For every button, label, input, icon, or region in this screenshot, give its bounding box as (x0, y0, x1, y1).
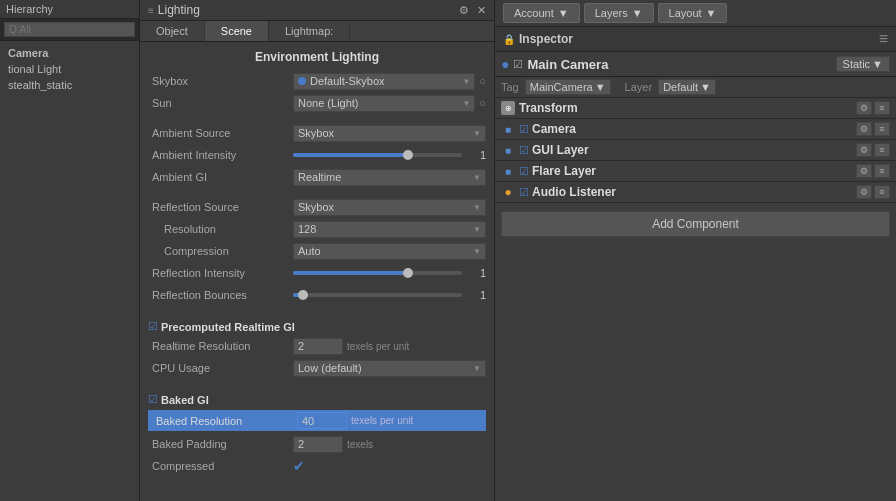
ambient-intensity-slider: 1 (293, 149, 486, 161)
ambient-gi-dropdown[interactable]: Realtime ▼ (293, 169, 486, 186)
hierarchy-item[interactable]: Camera (0, 45, 139, 61)
realtime-res-input[interactable] (293, 338, 343, 355)
layer-dropdown-arrow: ▼ (700, 81, 711, 93)
account-button[interactable]: Account ▼ (503, 3, 580, 23)
precomputed-title: Precomputed Realtime GI (161, 321, 295, 333)
hierarchy-item[interactable]: stealth_static (0, 77, 139, 93)
baked-padding-texels: texels (347, 439, 373, 450)
gui-layer-settings[interactable]: ⚙ (856, 143, 872, 157)
baked-res-row: Baked Resolution texels per unit (148, 410, 486, 431)
lighting-title: Lighting (158, 3, 200, 17)
flare-layer-settings[interactable]: ⚙ (856, 164, 872, 178)
lighting-close-icon[interactable]: ✕ (477, 4, 486, 17)
hierarchy-item[interactable]: tional Light (0, 61, 139, 77)
realtime-res-texels: texels per unit (347, 341, 409, 352)
search-input[interactable] (4, 22, 135, 37)
skybox-options-icon[interactable]: ○ (479, 75, 486, 87)
audio-listener-settings[interactable]: ⚙ (856, 185, 872, 199)
audio-listener-component[interactable]: ● ☑ Audio Listener ⚙ ≡ (495, 182, 896, 203)
camera-name: Camera (532, 122, 856, 136)
baked-padding-value: texels (293, 436, 486, 453)
precomputed-checkbox[interactable]: ☑ (148, 320, 158, 333)
camera-menu[interactable]: ≡ (874, 122, 890, 136)
realtime-res-row: Realtime Resolution texels per unit (148, 337, 486, 355)
baked-res-value: texels per unit (297, 412, 482, 429)
sun-dropdown[interactable]: None (Light) ▼ (293, 95, 475, 112)
reflection-intensity-value: 1 (466, 267, 486, 279)
baked-res-input[interactable] (297, 412, 347, 429)
ambient-intensity-track[interactable] (293, 153, 462, 157)
audio-listener-checkbox[interactable]: ☑ (519, 186, 529, 199)
sun-label: Sun (148, 97, 293, 109)
layout-button[interactable]: Layout ▼ (658, 3, 728, 23)
baked-res-texels: texels per unit (351, 415, 413, 426)
baked-section-header: ☑ Baked GI (148, 393, 486, 406)
env-lighting-title: Environment Lighting (148, 50, 486, 64)
baked-checkbox[interactable]: ☑ (148, 393, 158, 406)
ambient-gi-label: Ambient GI (148, 171, 293, 183)
reflection-intensity-track[interactable] (293, 271, 462, 275)
transform-component[interactable]: ⊕ Transform ⚙ ≡ (495, 98, 896, 119)
transform-menu[interactable]: ≡ (874, 101, 890, 115)
inspector-lock-icon: 🔒 (503, 34, 515, 45)
cpu-usage-dropdown[interactable]: Low (default) ▼ (293, 360, 486, 377)
skybox-dropdown[interactable]: Default-Skybox ▼ (293, 73, 475, 90)
tag-value[interactable]: MainCamera ▼ (525, 79, 611, 95)
sun-row: Sun None (Light) ▼ ○ (148, 94, 486, 112)
hierarchy-panel: Hierarchy Camera tional Light stealth_st… (0, 0, 140, 501)
baked-padding-input[interactable] (293, 436, 343, 453)
camera-actions: ⚙ ≡ (856, 122, 890, 136)
gui-layer-icon: ■ (501, 143, 515, 157)
camera-component[interactable]: ■ ☑ Camera ⚙ ≡ (495, 119, 896, 140)
add-component-button[interactable]: Add Component (501, 211, 890, 237)
reflection-intensity-thumb[interactable] (403, 268, 413, 278)
compression-dropdown[interactable]: Auto ▼ (293, 243, 486, 260)
inspector-header: 🔒 Inspector ≡ (495, 27, 896, 52)
tag-label: Tag (501, 81, 519, 93)
gui-layer-component[interactable]: ■ ☑ GUI Layer ⚙ ≡ (495, 140, 896, 161)
transform-icon: ⊕ (501, 101, 515, 115)
realtime-res-value: texels per unit (293, 338, 486, 355)
audio-listener-menu[interactable]: ≡ (874, 185, 890, 199)
transform-settings[interactable]: ⚙ (856, 101, 872, 115)
flare-layer-component[interactable]: ■ ☑ Flare Layer ⚙ ≡ (495, 161, 896, 182)
flare-layer-menu[interactable]: ≡ (874, 164, 890, 178)
ambient-source-row: Ambient Source Skybox ▼ (148, 124, 486, 142)
camera-settings[interactable]: ⚙ (856, 122, 872, 136)
compression-label: Compression (148, 245, 293, 257)
layer-value[interactable]: Default ▼ (658, 79, 716, 95)
resolution-value: 128 ▼ (293, 221, 486, 238)
object-header: ● ☑ Main Camera Static ▼ (495, 52, 896, 77)
gui-layer-checkbox[interactable]: ☑ (519, 144, 529, 157)
ambient-intensity-thumb[interactable] (403, 150, 413, 160)
object-checkbox[interactable]: ☑ (513, 58, 523, 71)
ambient-source-dropdown[interactable]: Skybox ▼ (293, 125, 486, 142)
layers-button[interactable]: Layers ▼ (584, 3, 654, 23)
inspector-menu-icon[interactable]: ≡ (879, 30, 888, 48)
resolution-dropdown[interactable]: 128 ▼ (293, 221, 486, 238)
lighting-panel: ≡ Lighting ⚙ ✕ Object Scene Lightmap: En… (140, 0, 495, 501)
reflection-intensity-fill (293, 271, 411, 275)
cpu-usage-value: Low (default) ▼ (293, 360, 486, 377)
camera-checkbox-icon: ■ (501, 122, 515, 136)
transform-actions: ⚙ ≡ (856, 101, 890, 115)
tab-object[interactable]: Object (140, 21, 205, 41)
reflection-bounces-track[interactable] (293, 293, 462, 297)
audio-listener-actions: ⚙ ≡ (856, 185, 890, 199)
gui-layer-menu[interactable]: ≡ (874, 143, 890, 157)
camera-checkbox[interactable]: ☑ (519, 123, 529, 136)
compressed-checkbox[interactable]: ✔ (293, 458, 305, 474)
flare-layer-checkbox[interactable]: ☑ (519, 165, 529, 178)
reflection-bounces-thumb[interactable] (298, 290, 308, 300)
reflection-source-dropdown[interactable]: Skybox ▼ (293, 199, 486, 216)
reflection-bounces-value: 1 (466, 289, 486, 301)
sun-options-icon[interactable]: ○ (479, 97, 486, 109)
reflection-intensity-row: Reflection Intensity 1 (148, 264, 486, 282)
tab-lightmap[interactable]: Lightmap: (269, 21, 350, 41)
ambient-gi-row: Ambient GI Realtime ▼ (148, 168, 486, 186)
static-badge[interactable]: Static ▼ (836, 56, 890, 72)
tab-scene[interactable]: Scene (205, 21, 269, 41)
skybox-label: Skybox (148, 75, 293, 87)
ambient-source-value: Skybox ▼ (293, 125, 486, 142)
lighting-settings-icon[interactable]: ⚙ (459, 4, 469, 17)
